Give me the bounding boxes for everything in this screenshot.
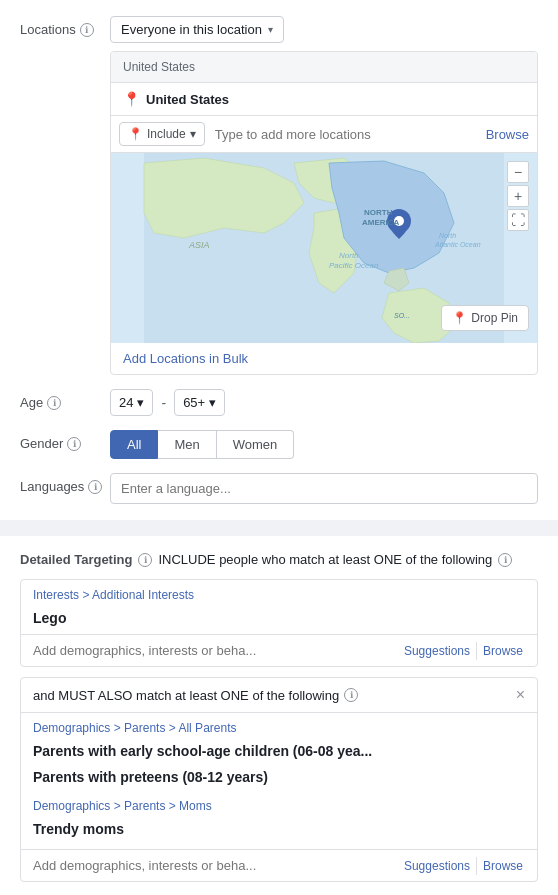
- interests-suggestions-button[interactable]: Suggestions: [398, 642, 476, 660]
- detailed-targeting-header: Detailed Targeting ℹ INCLUDE people who …: [20, 552, 538, 567]
- locations-info-icon[interactable]: ℹ: [80, 23, 94, 37]
- age-dash: -: [161, 395, 166, 411]
- must-also-browse-button[interactable]: Browse: [476, 857, 529, 875]
- interests-browse-button[interactable]: Browse: [476, 642, 529, 660]
- map-zoom-out-icon[interactable]: −: [507, 161, 529, 183]
- include-bar: 📍 Include ▾ Browse: [111, 116, 537, 153]
- section-divider: [0, 528, 558, 536]
- include-browse-button[interactable]: Browse: [486, 127, 529, 142]
- detailed-targeting-info-icon[interactable]: ℹ: [138, 553, 152, 567]
- location-tag-text: United States: [146, 92, 229, 107]
- svg-text:NORTH: NORTH: [364, 208, 393, 217]
- age-content: 24 ▾ - 65+ ▾: [110, 389, 538, 416]
- gender-women-button[interactable]: Women: [217, 430, 295, 459]
- dropdown-chevron-icon: ▾: [268, 24, 273, 35]
- detailed-targeting-description: INCLUDE people who match at least ONE of…: [158, 552, 492, 567]
- gender-content: All Men Women: [110, 430, 538, 459]
- svg-text:North: North: [339, 251, 359, 260]
- add-locations-bulk-link[interactable]: Add Locations in Bulk: [111, 343, 537, 374]
- interests-add-input[interactable]: [29, 641, 398, 660]
- include-description-info-icon[interactable]: ℹ: [498, 553, 512, 567]
- detailed-targeting-section: Detailed Targeting ℹ INCLUDE people who …: [0, 536, 558, 895]
- must-also-header: and MUST ALSO match at least ONE of the …: [21, 678, 537, 713]
- all-parents-link[interactable]: All Parents: [178, 721, 236, 735]
- add-locations-input[interactable]: [209, 125, 482, 144]
- age-label: Age ℹ: [20, 389, 110, 410]
- must-also-box: and MUST ALSO match at least ONE of the …: [20, 677, 538, 882]
- languages-info-icon[interactable]: ℹ: [88, 480, 102, 494]
- map-controls: − + ⛶: [507, 161, 529, 231]
- gender-field: Gender ℹ All Men Women: [20, 430, 538, 459]
- gender-info-icon[interactable]: ℹ: [67, 437, 81, 451]
- location-pin-icon: 📍: [123, 91, 140, 107]
- trendy-moms-item: Trendy moms: [21, 817, 537, 843]
- location-tag: 📍 United States: [111, 83, 537, 116]
- additional-interests-link[interactable]: Additional Interests: [92, 588, 194, 602]
- must-also-close-icon[interactable]: ×: [516, 686, 525, 704]
- svg-text:AMERICA: AMERICA: [362, 218, 400, 227]
- age-row: 24 ▾ - 65+ ▾: [110, 389, 538, 416]
- detailed-targeting-label: Detailed Targeting: [20, 552, 132, 567]
- location-header: United States: [111, 52, 537, 83]
- include-pin-icon: 📍: [128, 127, 143, 141]
- age-to-chevron-icon: ▾: [209, 395, 216, 410]
- languages-label: Languages ℹ: [20, 473, 110, 494]
- locations-content: Everyone in this location ▾ United State…: [110, 16, 538, 375]
- must-also-content: Demographics > Parents > All Parents Par…: [21, 713, 537, 881]
- demographics-moms-group: Demographics > Parents > Moms Trendy mom…: [21, 791, 537, 843]
- must-also-text: and MUST ALSO match at least ONE of the …: [33, 688, 358, 703]
- parents-link-2[interactable]: Parents: [124, 799, 165, 813]
- interests-targeting-box: Interests > Additional Interests Lego Su…: [20, 579, 538, 667]
- map-container: North Pacific Ocean North Atlantic Ocean…: [111, 153, 537, 343]
- gender-all-button[interactable]: All: [110, 430, 158, 459]
- locations-field: Locations ℹ Everyone in this location ▾ …: [20, 16, 538, 375]
- gender-label: Gender ℹ: [20, 430, 110, 451]
- moms-link[interactable]: Moms: [179, 799, 212, 813]
- lego-item: Lego: [21, 606, 537, 634]
- map-fullscreen-icon[interactable]: ⛶: [507, 209, 529, 231]
- languages-field: Languages ℹ: [20, 473, 538, 504]
- drop-pin-icon: 📍: [452, 311, 467, 325]
- age-from-select[interactable]: 24 ▾: [110, 389, 153, 416]
- svg-text:North: North: [439, 232, 456, 239]
- demographics-parents-group: Demographics > Parents > All Parents Par…: [21, 713, 537, 791]
- location-box: United States 📍 United States 📍 Include …: [110, 51, 538, 375]
- svg-text:Pacific Ocean: Pacific Ocean: [329, 261, 379, 270]
- age-field: Age ℹ 24 ▾ - 65+ ▾: [20, 389, 538, 416]
- moms-category: Demographics > Parents > Moms: [21, 791, 537, 817]
- must-also-footer: Suggestions Browse: [21, 849, 537, 881]
- demographics-link-1[interactable]: Demographics: [33, 721, 110, 735]
- everyone-location-dropdown[interactable]: Everyone in this location ▾: [110, 16, 284, 43]
- age-to-select[interactable]: 65+ ▾: [174, 389, 225, 416]
- all-parents-category: Demographics > Parents > All Parents: [21, 713, 537, 739]
- languages-content: [110, 473, 538, 504]
- parents-link-1[interactable]: Parents: [124, 721, 165, 735]
- map-zoom-in-icon[interactable]: +: [507, 185, 529, 207]
- svg-text:ASIA: ASIA: [188, 240, 210, 250]
- interests-link[interactable]: Interests: [33, 588, 79, 602]
- early-school-age-item: Parents with early school-age children (…: [21, 739, 537, 765]
- svg-text:Atlantic Ocean: Atlantic Ocean: [434, 241, 481, 248]
- gender-buttons: All Men Women: [110, 430, 538, 459]
- age-from-chevron-icon: ▾: [137, 395, 144, 410]
- include-button[interactable]: 📍 Include ▾: [119, 122, 205, 146]
- gender-men-button[interactable]: Men: [158, 430, 216, 459]
- must-also-add-input[interactable]: [29, 856, 398, 875]
- age-info-icon[interactable]: ℹ: [47, 396, 61, 410]
- interests-targeting-footer: Suggestions Browse: [21, 634, 537, 666]
- include-chevron-icon: ▾: [190, 127, 196, 141]
- must-also-suggestions-button[interactable]: Suggestions: [398, 857, 476, 875]
- demographics-link-2[interactable]: Demographics: [33, 799, 110, 813]
- svg-text:SO...: SO...: [394, 312, 410, 319]
- language-input[interactable]: [110, 473, 538, 504]
- locations-label: Locations ℹ: [20, 16, 110, 37]
- must-also-info-icon[interactable]: ℹ: [344, 688, 358, 702]
- preteens-item: Parents with preteens (08-12 years): [21, 765, 537, 791]
- interests-category: Interests > Additional Interests: [21, 580, 537, 606]
- drop-pin-button[interactable]: 📍 Drop Pin: [441, 305, 529, 331]
